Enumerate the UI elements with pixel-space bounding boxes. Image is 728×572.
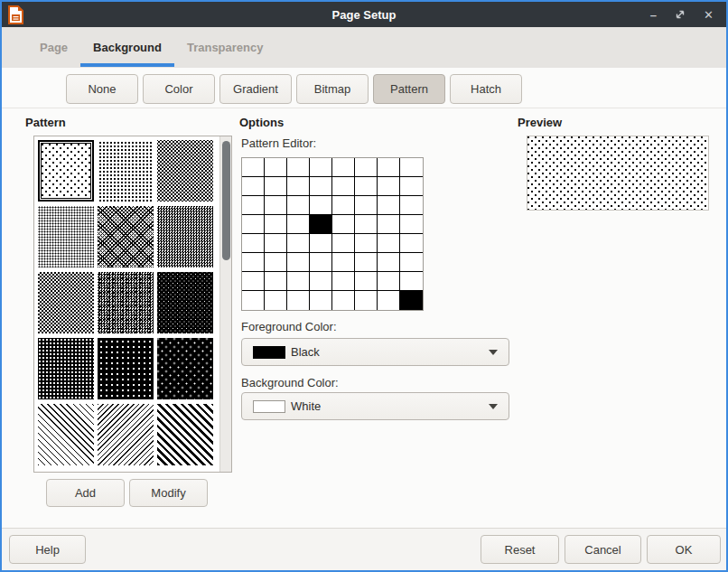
- pattern-swatch-inverse-dots-15[interactable]: [98, 338, 154, 399]
- pattern-swatch-dots-columns[interactable]: [38, 206, 94, 267]
- pattern-swatch-inverse-dots-25[interactable]: [38, 338, 94, 399]
- tab-transparency[interactable]: Transparency: [174, 27, 276, 68]
- fill-color-button[interactable]: Color: [143, 74, 215, 104]
- editor-cell-3-6[interactable]: [378, 215, 400, 234]
- editor-cell-7-4[interactable]: [332, 291, 355, 310]
- editor-cell-7-6[interactable]: [378, 291, 400, 310]
- pattern-list-scrollbar[interactable]: [219, 136, 231, 472]
- editor-cell-4-2[interactable]: [287, 234, 310, 253]
- editor-cell-2-4[interactable]: [332, 196, 355, 215]
- ok-button[interactable]: OK: [647, 535, 721, 564]
- editor-cell-3-0[interactable]: [242, 215, 265, 234]
- editor-cell-5-3[interactable]: [310, 253, 332, 272]
- editor-cell-3-4[interactable]: [332, 215, 355, 234]
- minimize-button[interactable]: –: [650, 9, 657, 21]
- cancel-button[interactable]: Cancel: [565, 535, 641, 564]
- editor-cell-0-1[interactable]: [265, 158, 287, 177]
- editor-cell-0-7[interactable]: [400, 158, 423, 177]
- pattern-swatch-lines-diag-thin[interactable]: [38, 404, 94, 465]
- pattern-swatch-inverse-dots-5[interactable]: [157, 338, 213, 399]
- editor-cell-7-7[interactable]: [400, 291, 423, 310]
- editor-cell-3-1[interactable]: [265, 215, 287, 234]
- fill-pattern-button[interactable]: Pattern: [373, 74, 445, 104]
- editor-cell-0-6[interactable]: [378, 158, 400, 177]
- pattern-swatch-lines-diag-up[interactable]: [98, 404, 154, 465]
- editor-cell-1-5[interactable]: [355, 177, 378, 196]
- editor-cell-7-5[interactable]: [355, 291, 378, 310]
- editor-cell-5-1[interactable]: [265, 253, 287, 272]
- editor-cell-4-3[interactable]: [310, 234, 332, 253]
- editor-cell-4-4[interactable]: [332, 234, 355, 253]
- editor-cell-1-4[interactable]: [332, 177, 355, 196]
- editor-cell-6-3[interactable]: [310, 272, 332, 291]
- restore-button[interactable]: [675, 9, 686, 20]
- pattern-swatch-dither-60[interactable]: [98, 272, 154, 333]
- fill-bitmap-button[interactable]: Bitmap: [296, 74, 369, 104]
- editor-cell-6-6[interactable]: [378, 272, 400, 291]
- tab-page[interactable]: Page: [27, 27, 80, 68]
- editor-cell-4-1[interactable]: [265, 234, 287, 253]
- editor-cell-1-7[interactable]: [400, 177, 423, 196]
- pattern-swatch-dots-grid[interactable]: [98, 140, 154, 202]
- editor-cell-7-3[interactable]: [310, 291, 332, 310]
- pattern-swatch-lines-diag-thick[interactable]: [157, 404, 213, 465]
- editor-cell-0-5[interactable]: [355, 158, 378, 177]
- editor-cell-5-2[interactable]: [287, 253, 310, 272]
- editor-cell-0-0[interactable]: [242, 158, 265, 177]
- fill-none-button[interactable]: None: [66, 74, 138, 104]
- editor-cell-2-7[interactable]: [400, 196, 423, 215]
- editor-cell-4-6[interactable]: [378, 234, 400, 253]
- editor-cell-2-5[interactable]: [355, 196, 378, 215]
- editor-cell-1-2[interactable]: [287, 177, 310, 196]
- editor-cell-4-5[interactable]: [355, 234, 378, 253]
- editor-cell-1-6[interactable]: [378, 177, 400, 196]
- editor-cell-2-0[interactable]: [242, 196, 265, 215]
- editor-cell-2-3[interactable]: [310, 196, 332, 215]
- editor-cell-0-2[interactable]: [287, 158, 310, 177]
- pattern-swatch-dots-diagonal-dense[interactable]: [157, 140, 213, 202]
- pattern-swatch-mesh-40[interactable]: [98, 206, 154, 267]
- close-button[interactable]: ✕: [704, 9, 714, 21]
- editor-cell-5-7[interactable]: [400, 253, 423, 272]
- editor-cell-5-0[interactable]: [242, 253, 265, 272]
- editor-cell-7-1[interactable]: [265, 291, 287, 310]
- pattern-swatch-inverse-dots-30[interactable]: [157, 272, 213, 333]
- editor-cell-1-1[interactable]: [265, 177, 287, 196]
- help-button[interactable]: Help: [9, 535, 86, 564]
- editor-cell-7-2[interactable]: [287, 291, 310, 310]
- fill-gradient-button[interactable]: Gradient: [219, 74, 292, 104]
- editor-cell-5-5[interactable]: [355, 253, 378, 272]
- tab-background[interactable]: Background: [80, 27, 174, 68]
- editor-cell-3-2[interactable]: [287, 215, 310, 234]
- editor-cell-5-4[interactable]: [332, 253, 355, 272]
- reset-button[interactable]: Reset: [481, 535, 559, 564]
- editor-cell-1-0[interactable]: [242, 177, 265, 196]
- pattern-swatch-checker[interactable]: [38, 272, 94, 333]
- fill-hatch-button[interactable]: Hatch: [450, 74, 522, 104]
- editor-cell-7-0[interactable]: [242, 291, 265, 310]
- editor-cell-6-7[interactable]: [400, 272, 423, 291]
- pattern-swatch-dots-sparse[interactable]: [41, 143, 91, 199]
- editor-cell-3-3[interactable]: [310, 215, 332, 234]
- editor-cell-4-0[interactable]: [242, 234, 265, 253]
- scrollbar-thumb[interactable]: [222, 141, 230, 260]
- editor-cell-2-1[interactable]: [265, 196, 287, 215]
- editor-cell-2-2[interactable]: [287, 196, 310, 215]
- modify-button[interactable]: Modify: [129, 479, 208, 507]
- editor-cell-5-6[interactable]: [378, 253, 400, 272]
- editor-cell-1-3[interactable]: [310, 177, 332, 196]
- background-color-dropdown[interactable]: White: [241, 392, 509, 420]
- editor-cell-6-5[interactable]: [355, 272, 378, 291]
- editor-cell-6-2[interactable]: [287, 272, 310, 291]
- foreground-color-dropdown[interactable]: Black: [241, 338, 509, 366]
- editor-cell-6-1[interactable]: [265, 272, 287, 291]
- editor-cell-6-4[interactable]: [332, 272, 355, 291]
- editor-cell-2-6[interactable]: [378, 196, 400, 215]
- pattern-swatch-checker-fine[interactable]: [157, 206, 213, 267]
- editor-cell-3-5[interactable]: [355, 215, 378, 234]
- editor-cell-4-7[interactable]: [400, 234, 423, 253]
- editor-cell-6-0[interactable]: [242, 272, 265, 291]
- editor-cell-3-7[interactable]: [400, 215, 423, 234]
- editor-cell-0-3[interactable]: [310, 158, 332, 177]
- add-button[interactable]: Add: [46, 479, 125, 507]
